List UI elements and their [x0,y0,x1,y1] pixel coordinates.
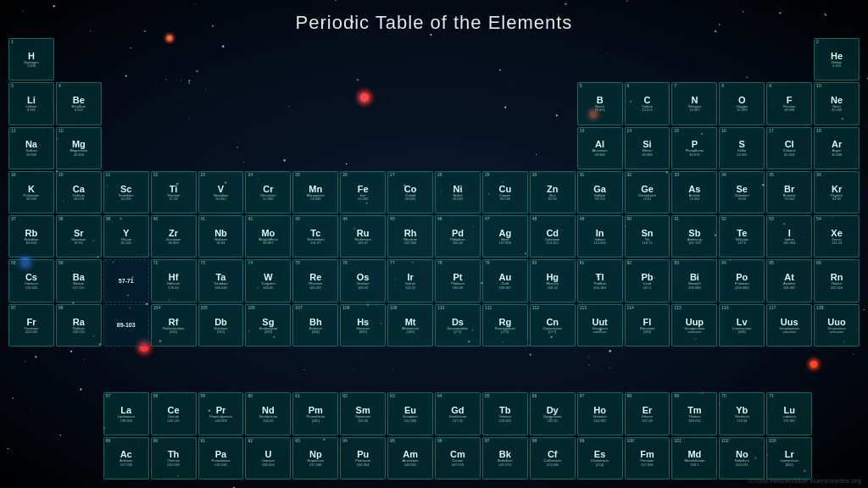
element-Ge[interactable]: 32GeGermanium72.61 [625,171,670,214]
element-Fr[interactable]: 87FrFrancium223.020 [8,304,54,347]
element-In[interactable]: 49InIndium114.818 [577,215,623,258]
element-Cl[interactable]: 17ClChlorine35.453 [766,127,812,169]
element-Zn[interactable]: 30ZnZinc65.39 [530,171,576,214]
element-Pu[interactable]: 94PuPlutonium244.064 [340,437,386,480]
element-Lv[interactable]: 116LvLivermorium[298] [719,304,765,347]
element-Ru[interactable]: 44RuRuthenium101.07 [340,215,386,258]
element-U[interactable]: 92UUranium238.029 [245,437,291,480]
element-Tm[interactable]: 69TmThulium168.934 [671,392,717,435]
element-Bi[interactable]: 83BiBismuth208.980 [671,259,717,302]
element-Ta[interactable]: 73TaTantalum180.948 [198,259,244,302]
element-Uus[interactable]: 117UusUnunseptiumunknown [766,304,812,347]
element-Cf[interactable]: 98CfCalifornium251.080 [530,437,576,480]
element-Sg[interactable]: 106SgSeaborgium[266] [245,304,291,347]
element-C[interactable]: 6CCarbon12.011 [625,82,670,125]
element-Al[interactable]: 13AlAluminum26.982 [577,127,623,169]
element-As[interactable]: 33AsArsenic74.992 [671,171,717,214]
element-Ra[interactable]: 88RaRadium226.025 [56,304,102,347]
element-Ir[interactable]: 77IrIridium192.22 [387,259,433,302]
element-Fe[interactable]: 26FeIron55.933 [340,171,386,214]
element-Rf[interactable]: 104RfRutherfordium[261] [151,304,197,347]
element-Np[interactable]: 93NpNeptunium237.048 [292,437,338,480]
element-Eu[interactable]: 63EuEuropium151.966 [387,392,433,435]
element-Au[interactable]: 79AuGold196.967 [482,259,528,302]
element-Co[interactable]: 27CoCobalt58.693 [387,171,433,214]
element-Pb[interactable]: 82PbLead207.2 [625,259,670,302]
element-Hs[interactable]: 108HsHassium[269] [340,304,386,347]
element-Tb[interactable]: 65TbTerbium158.925 [482,392,528,435]
element-Te[interactable]: 52TeTellurium127.6 [719,215,765,258]
element-Sc[interactable]: 21ScScandium44.956 [103,171,149,214]
element-Pd[interactable]: 46PdPalladium106.42 [435,215,481,258]
element-Se[interactable]: 34SeSelenium78.09 [719,171,765,214]
element-Uuo[interactable]: 118UuoUnunoctiumunknown [814,304,860,347]
element-Nb[interactable]: 41NbNiobium95.94 [198,215,244,258]
element-Dy[interactable]: 66DyDysprosium162.50 [530,392,576,435]
element-Lr[interactable]: 103LrLawrencium[262] [766,437,812,480]
element-Fl[interactable]: 114FlFlerovium[289] [625,304,670,347]
element-Mg[interactable]: 12MgMagnesium24.305 [56,127,102,169]
element-Tc[interactable]: 43TcTechnetium101.07 [292,215,338,258]
element-Li[interactable]: 3LiLithium6.941 [8,82,54,125]
element-Os[interactable]: 76OsOsmium190.23 [340,259,386,302]
element-Er[interactable]: 68ErErbium167.26 [625,392,670,435]
element-Bh[interactable]: 107BhBohrium[264] [292,304,338,347]
element-Ar[interactable]: 18ArArgon39.948 [814,127,860,169]
element-Hg[interactable]: 80HgMercury200.59 [530,259,576,302]
element-Ne[interactable]: 10NeNeon20.180 [814,82,860,125]
element-Cu[interactable]: 29CuCopper63.546 [482,171,528,214]
element-Ni[interactable]: 28NiNickel58.693 [435,171,481,214]
element-Am[interactable]: 95AmAmericium243.061 [387,437,433,480]
element-Ga[interactable]: 31GaGallium69.723 [577,171,623,214]
element-Ca[interactable]: 20CaCalcium40.078 [56,171,102,214]
element-Y[interactable]: 39YYttrium91.224 [103,215,149,258]
element-Tl[interactable]: 81TlThallium204.383 [577,259,623,302]
element-F[interactable]: 9FFluorine18.998 [766,82,812,125]
element-H[interactable]: 1HHydrogen1.008 [8,38,54,80]
element-Rg[interactable]: 111RgRoentgenium[272] [482,304,528,347]
element-Si[interactable]: 14SiSilicon28.086 [625,127,670,169]
element-K[interactable]: 19KPotassium39.098 [8,171,54,214]
element-Cm[interactable]: 96CmCurium247.070 [435,437,481,480]
element-He[interactable]: 2HeHelium4.003 [814,38,860,80]
element-S[interactable]: 16SSulfur32.065 [719,127,765,169]
element-N[interactable]: 7NNitrogen14.007 [671,82,717,125]
element-Cd[interactable]: 48CdCadmium112.411 [530,215,576,258]
element-Sb[interactable]: 51SbAntimony121.760 [671,215,717,258]
element-Ti[interactable]: 22TiTitanium47.88 [151,171,197,214]
element-No[interactable]: 102NoNobelium259.101 [719,437,765,480]
element-Cn[interactable]: 112CnCopernicium[277] [530,304,576,347]
element-Th[interactable]: 90ThThorium232.038 [151,437,197,480]
element-Pm[interactable]: 61PmPromethium[145] [292,392,338,435]
element-Md[interactable]: 101MdMendelevium258.1 [671,437,717,480]
element-Ce[interactable]: 58CeCerium140.115 [151,392,197,435]
element-Es[interactable]: 99EsEinsteinium[254] [577,437,623,480]
element-Uup[interactable]: 115UupUnunpentiumunknown [671,304,717,347]
element-O[interactable]: 8OOxygen15.999 [719,82,765,125]
element-B[interactable]: 5BBoron10.811 [577,82,623,125]
element-Be[interactable]: 4BeBeryllium9.012 [56,82,102,125]
element-Rh[interactable]: 45RhRhodium102.906 [387,215,433,258]
element-Br[interactable]: 35BrBromine79.904 [766,171,812,214]
element-Cr[interactable]: 24CrChromium51.996 [245,171,291,214]
element-Nd[interactable]: 60NdNeodymium144.24 [245,392,291,435]
element-Cs[interactable]: 55CsCaesium132.905 [8,259,54,302]
element-Hf[interactable]: 72HfHafnium178.49 [151,259,197,302]
element-La[interactable]: 57LaLanthanum138.906 [103,392,149,435]
element-Ds[interactable]: 110DsDarmstadtium[271] [435,304,481,347]
element-V[interactable]: 23VVanadium50.942 [198,171,244,214]
element-Fm[interactable]: 100FmFermium257.095 [625,437,670,480]
element-Ac[interactable]: 89AcActinium227.028 [103,437,149,480]
element-Yb[interactable]: 70YbYtterbium173.04 [719,392,765,435]
element-Ag[interactable]: 47AgSilver107.868 [482,215,528,258]
element-Sm[interactable]: 62SmSamarium150.36 [340,392,386,435]
element-W[interactable]: 74WTungsten183.85 [245,259,291,302]
element-Mn[interactable]: 25MnManganese54.938 [292,171,338,214]
element-Db[interactable]: 105DbDubnium[262] [198,304,244,347]
element-Ho[interactable]: 67HoHolmium164.930 [577,392,623,435]
element-Pr[interactable]: 59PrPraseodymium140.908 [198,392,244,435]
element-Ba[interactable]: 56BaBarium137.327 [56,259,102,302]
element-Pt[interactable]: 78PtPlatinum195.08 [435,259,481,302]
element-At[interactable]: 85AtAstatine209.987 [766,259,812,302]
element-I[interactable]: 53IIodine126.904 [766,215,812,258]
